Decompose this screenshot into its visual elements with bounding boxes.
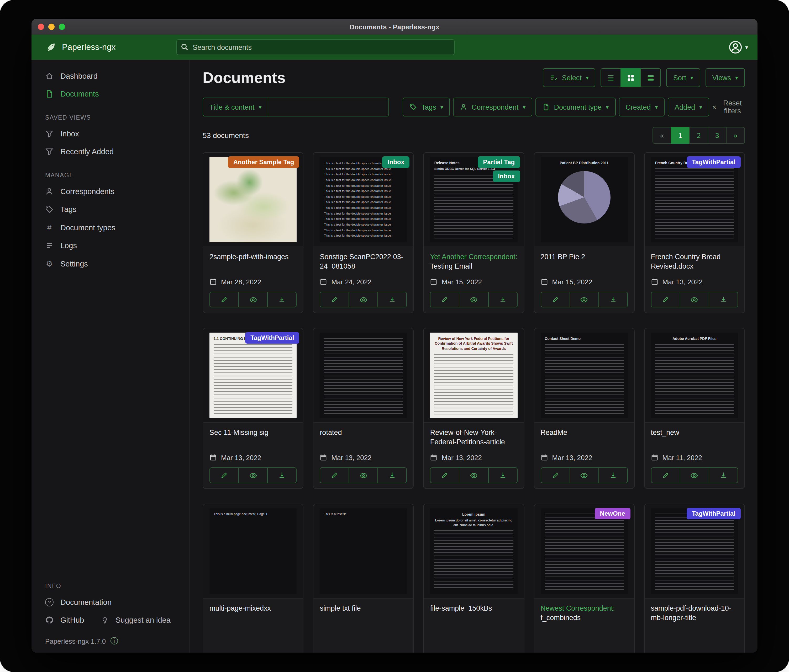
pagination-page-3[interactable]: 3 [708,127,727,144]
document-title[interactable]: Review-of-New-York-Federal-Petitions-art… [430,428,517,447]
tag-pill[interactable]: Partial Tag [478,156,520,168]
sidebar-item-documents[interactable]: Documents [32,85,190,103]
view-document-button[interactable] [459,467,489,483]
document-card[interactable]: French Country Bread TagWithPartial Fren… [644,152,745,313]
download-document-button[interactable] [267,292,297,307]
document-thumbnail[interactable]: Review of New York Federal Petitions for… [424,328,524,423]
title-content-filter-button[interactable]: Title & content ▾ [203,97,268,116]
download-document-button[interactable] [709,467,738,483]
document-thumbnail[interactable]: TagWithPartial [645,504,744,599]
edit-document-button[interactable] [209,292,239,307]
app-brand[interactable]: Paperless-ngx [45,41,176,53]
detail-view-button[interactable] [641,68,661,87]
document-card[interactable]: Review of New York Federal Petitions for… [423,328,524,489]
download-document-button[interactable] [267,467,297,483]
document-card[interactable]: Adobe Acrobat PDF Files test_new Mar 11,… [644,328,745,489]
view-document-button[interactable] [349,467,378,483]
document-card[interactable]: Release NotesSimba ODBC Driver for SQL S… [423,152,524,313]
document-title[interactable]: Sec 11-Missing sig [209,428,297,438]
edit-document-button[interactable] [430,467,460,483]
document-thumbnail[interactable]: 1.1 CONTINUING MEDICAL EDUCA TagWithPart… [203,328,303,423]
correspondent-filter-button[interactable]: Correspondent ▾ [453,97,533,116]
download-document-button[interactable] [598,467,628,483]
document-card[interactable]: Another Sample Tag 2sample-pdf-with-imag… [203,152,303,313]
tag-pill[interactable]: Another Sample Tag [228,156,299,168]
created-filter-button[interactable]: Created ▾ [619,97,664,116]
document-thumbnail[interactable]: This is a test file. [313,504,413,599]
added-filter-button[interactable]: Added ▾ [668,97,709,116]
document-title[interactable]: ReadMe [540,428,628,438]
document-type-filter-button[interactable]: Document type ▾ [535,97,615,116]
document-card[interactable]: 1.1 CONTINUING MEDICAL EDUCA TagWithPart… [203,328,303,489]
document-card[interactable]: This is a test file. simple txt file [313,503,414,653]
document-thumbnail[interactable]: Contact Sheet Demo [534,328,634,423]
edit-document-button[interactable] [320,467,349,483]
pagination-page-2[interactable]: 2 [689,127,708,144]
document-card[interactable]: NewOne Newest Correspondent: f_combineds [533,503,634,653]
document-title[interactable]: 2sample-pdf-with-images [209,252,297,262]
document-correspondent[interactable]: Yet Another Correspondent: [430,253,517,261]
document-card[interactable]: TagWithPartial sample-pdf-download-10-mb… [644,503,745,653]
zoom-window-button[interactable] [59,24,65,30]
download-document-button[interactable] [488,467,517,483]
list-view-button[interactable] [601,68,621,87]
select-button[interactable]: Select ▾ [543,68,596,87]
document-thumbnail[interactable]: This is a multi page document. Page 1. [203,504,303,599]
edit-document-button[interactable] [651,467,680,483]
document-correspondent[interactable]: Newest Correspondent: [540,604,615,612]
pagination-page-1[interactable]: 1 [671,127,690,144]
sidebar-item-settings[interactable]: ⚙ Settings [32,255,190,273]
edit-document-button[interactable] [320,292,349,307]
edit-document-button[interactable] [540,292,570,307]
grid-view-button[interactable] [621,68,641,87]
sidebar-item-dashboard[interactable]: Dashboard [32,67,190,85]
document-title[interactable]: Yet Another Correspondent: Testing Email [430,252,517,271]
document-card[interactable]: rotated Mar 13, 2022 [313,328,414,489]
tag-pill[interactable]: NewOne [595,508,631,519]
document-title[interactable]: simple txt file [320,604,407,613]
minimize-window-button[interactable] [48,24,54,30]
edit-document-button[interactable] [651,292,680,307]
reset-filters-button[interactable]: × Reset filters [712,99,745,115]
view-document-button[interactable] [569,467,599,483]
search-input[interactable] [176,39,455,55]
view-document-button[interactable] [459,292,489,307]
document-card[interactable]: Contact Sheet Demo ReadMe Mar 13, 2022 [533,328,634,489]
tag-pill[interactable]: TagWithPartial [245,332,299,344]
edit-document-button[interactable] [430,292,460,307]
document-title[interactable]: rotated [320,428,407,438]
tag-pill[interactable]: Inbox [382,156,410,168]
download-document-button[interactable] [378,467,407,483]
sidebar-item-tags[interactable]: Tags [32,201,190,218]
document-title[interactable]: multi-page-mixedxx [209,604,297,613]
view-document-button[interactable] [680,467,709,483]
download-document-button[interactable] [378,292,407,307]
document-thumbnail[interactable]: French Country Bread TagWithPartial [645,153,744,247]
sidebar-item-recently-added[interactable]: Recently Added [32,143,190,161]
document-title[interactable]: test_new [651,428,738,438]
info-icon[interactable]: ⓘ [110,636,118,646]
view-document-button[interactable] [680,292,709,307]
title-content-filter-input[interactable] [268,97,389,116]
document-thumbnail[interactable]: Another Sample Tag [203,153,303,247]
tag-pill[interactable]: TagWithPartial [687,508,741,519]
download-document-button[interactable] [709,292,738,307]
document-title[interactable]: file-sample_150kBs [430,604,517,613]
sidebar-item-github[interactable]: GitHub [45,616,84,624]
document-thumbnail[interactable]: Lorem ipsumLorem ipsum dolor sit amet, c… [424,504,524,599]
document-card[interactable]: Lorem ipsumLorem ipsum dolor sit amet, c… [423,503,524,653]
view-document-button[interactable] [238,292,268,307]
tag-pill[interactable]: TagWithPartial [687,156,741,168]
sidebar-item-logs[interactable]: Logs [32,237,190,255]
document-title[interactable]: 2011 BP Pie 2 [540,252,628,262]
document-thumbnail[interactable] [313,328,413,423]
tags-filter-button[interactable]: Tags ▾ [403,97,450,116]
close-window-button[interactable] [38,24,44,30]
pagination-prev-button[interactable]: « [653,127,671,144]
view-document-button[interactable] [238,467,268,483]
download-document-button[interactable] [488,292,517,307]
document-title[interactable]: Sonstige ScanPC2022 03-24_081058 [320,252,407,271]
document-thumbnail[interactable]: Adobe Acrobat PDF Files [645,328,744,423]
views-button[interactable]: Views ▾ [705,68,745,87]
sidebar-item-suggest-idea[interactable]: Suggest an idea [101,616,171,624]
